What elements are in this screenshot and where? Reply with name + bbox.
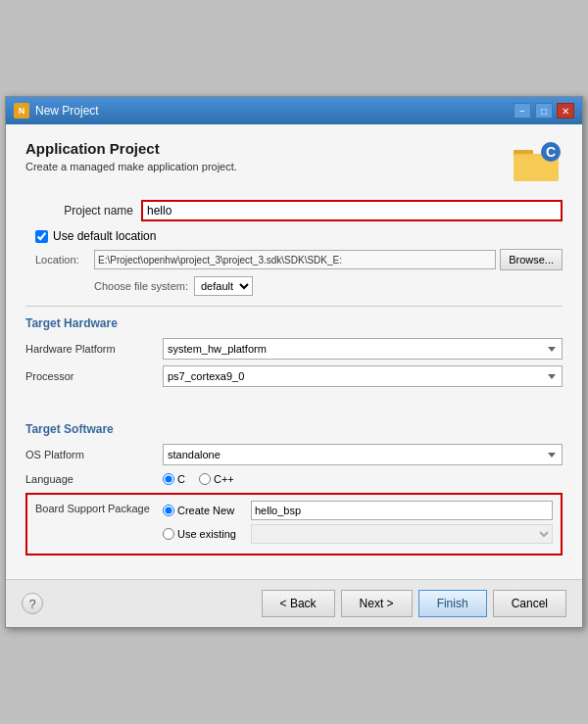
processor-label: Processor [25,370,163,382]
bsp-use-existing-select[interactable] [251,524,553,544]
language-c-option[interactable]: C [163,473,185,485]
minimize-button[interactable]: − [514,103,531,119]
os-platform-row: OS Platform standalone [25,444,563,465]
default-location-checkbox[interactable] [35,230,48,243]
section-header: Application Project Create a managed mak… [25,140,237,172]
back-button[interactable]: < Back [262,590,335,617]
language-cpp-label: C++ [214,473,234,485]
main-content: Application Project Create a managed mak… [6,124,582,579]
bsp-use-existing-radio[interactable] [163,528,174,540]
bsp-use-existing-option[interactable]: Use existing [163,528,251,540]
default-location-row: Use default location [35,229,563,243]
section-title: Application Project [25,140,237,157]
browse-button[interactable]: Browse... [500,249,563,270]
footer-left: ? [22,593,43,614]
cancel-button[interactable]: Cancel [493,590,566,617]
filesystem-select[interactable]: default [194,276,253,296]
window-controls: − □ ✕ [514,103,574,119]
titlebar-left: N New Project [14,103,99,119]
finish-button[interactable]: Finish [418,590,487,617]
language-cpp-radio[interactable] [199,473,211,485]
processor-select[interactable]: ps7_cortexa9_0 [163,365,563,387]
next-button[interactable]: Next > [341,590,413,617]
hardware-platform-select[interactable]: system_hw_platform [163,338,563,360]
target-hardware-label: Target Hardware [25,316,563,330]
target-software-section: Target Software OS Platform standalone L… [25,422,563,555]
header-area: Application Project Create a managed mak… [25,140,563,186]
location-label: Location: [35,254,94,265]
language-row: Language C C++ [25,473,563,485]
svg-text:N: N [19,106,25,116]
spacer-1 [25,399,563,418]
window-title: New Project [35,104,99,118]
default-location-label: Use default location [53,229,156,243]
titlebar: N New Project − □ ✕ [6,97,582,124]
language-label: Language [25,473,163,485]
divider-1 [25,306,563,307]
filesystem-row: Choose file system: default [94,276,563,296]
section-subtitle: Create a managed make application projec… [25,161,237,172]
os-platform-select[interactable]: standalone [163,444,563,465]
language-c-label: C [177,473,185,485]
close-button[interactable]: ✕ [557,103,574,119]
folder-icon: C [512,140,563,186]
footer: ? < Back Next > Finish Cancel [6,579,582,627]
bsp-create-new-radio[interactable] [163,505,174,516]
project-name-row: Project name [25,200,563,221]
language-cpp-option[interactable]: C++ [199,473,234,485]
hardware-platform-row: Hardware Platform system_hw_platform [25,338,563,360]
bsp-label: Board Support Package [35,501,163,514]
app-icon: N [14,103,29,119]
language-c-radio[interactable] [163,473,174,485]
bsp-use-existing-label: Use existing [177,528,236,540]
bsp-create-new-option[interactable]: Create New [163,505,251,516]
location-input[interactable] [94,250,496,269]
processor-row: Processor ps7_cortexa9_0 [25,365,563,387]
filesystem-label: Choose file system: [94,280,188,292]
language-radio-group: C C++ [163,473,234,485]
target-software-label: Target Software [25,422,563,436]
bsp-use-existing-row: Use existing [163,524,553,544]
project-name-input[interactable] [141,200,563,221]
target-hardware-section: Target Hardware Hardware Platform system… [25,316,563,387]
svg-text:C: C [546,144,556,160]
footer-right: < Back Next > Finish Cancel [262,590,566,617]
bsp-create-new-input[interactable] [251,501,553,520]
bsp-options: Create New Use existing [163,501,553,548]
location-row: Location: Browse... [35,249,563,270]
project-name-label: Project name [25,204,133,217]
help-button[interactable]: ? [22,593,43,614]
os-platform-label: OS Platform [25,449,163,460]
bsp-create-new-label: Create New [177,505,234,516]
main-window: N New Project − □ ✕ Application Project … [5,96,583,628]
bsp-create-new-row: Create New [163,501,553,520]
hardware-platform-label: Hardware Platform [25,343,163,355]
bsp-section: Board Support Package Create New [25,493,563,555]
maximize-button[interactable]: □ [535,103,553,119]
